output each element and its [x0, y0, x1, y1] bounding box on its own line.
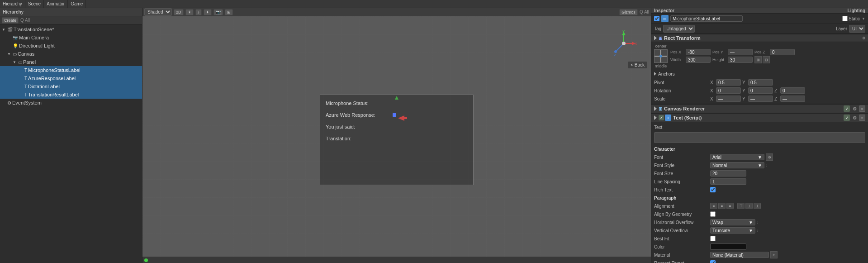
align-bottom-btn[interactable]: ⊥	[754, 203, 761, 209]
resize-btn2[interactable]: ⊡	[763, 56, 770, 63]
canvas-renderer-gear[interactable]: ⚙	[851, 105, 858, 112]
pivot-marker	[393, 95, 400, 103]
material-dropdown[interactable]: None (Material)	[710, 252, 769, 258]
align-left-btn[interactable]: ≡	[710, 203, 717, 209]
text-script-toggle[interactable]: ✓	[844, 115, 850, 121]
anchor-dot	[659, 55, 662, 57]
tree-item-translation-scene[interactable]: ▼ 🎬 TranslationScene*	[0, 25, 142, 33]
lighting-label: Lighting	[848, 8, 865, 13]
tree-item-dictation-label[interactable]: T DictationLabel	[0, 82, 142, 91]
canvas-renderer-toggle[interactable]: ✓	[844, 105, 850, 112]
pos-x-input[interactable]	[686, 49, 711, 55]
font-style-dropdown[interactable]: Normal ▼	[710, 162, 764, 168]
scene-search[interactable]: Q All	[640, 10, 649, 14]
canvas-renderer-header[interactable]: ⊞ Canvas Renderer ✓ ⚙ ≡	[651, 104, 868, 113]
hierarchy-tab[interactable]: Hierarchy	[0, 0, 25, 8]
pos-z-input[interactable]	[770, 49, 795, 55]
rect-transform-header[interactable]: ⊞ Rect Transform ⚙	[651, 34, 868, 42]
color-swatch[interactable]	[710, 244, 746, 250]
layer-select[interactable]: UI	[849, 25, 865, 33]
tree-item-directional-light[interactable]: 💡 Directional Light	[0, 42, 142, 50]
label-icon-4: T	[24, 92, 27, 97]
canvas-renderer-arrow	[654, 106, 657, 111]
text-script-enable-toggle[interactable]: ✓	[659, 115, 664, 120]
tree-item-azure-response-label[interactable]: T AzureResponseLabel	[0, 74, 142, 82]
hierarchy-search[interactable]: Q All	[20, 18, 30, 23]
game-tab[interactable]: Game	[68, 0, 86, 8]
rot-y-input[interactable]	[748, 87, 773, 94]
line-spacing-input[interactable]	[710, 178, 746, 185]
align-middle-btn[interactable]: ⊥	[745, 203, 753, 209]
width-input[interactable]	[686, 57, 711, 63]
anchors-row[interactable]: Anchors	[651, 69, 868, 78]
align-right-btn[interactable]: ≡	[726, 203, 734, 209]
gameobj-name-input[interactable]	[670, 15, 743, 22]
scene-tab[interactable]: Scene	[25, 0, 44, 8]
rich-text-checkbox[interactable]	[710, 187, 716, 192]
font-style-arrow-icon: ▼	[758, 163, 762, 168]
main-layout: Hierarchy Create Q All ▼ 🎬 TranslationSc…	[0, 8, 868, 263]
scale-y-input[interactable]	[748, 96, 773, 102]
tree-item-main-camera[interactable]: 📷 Main Camera	[0, 33, 142, 42]
rect-transform-gear[interactable]: ⚙	[862, 36, 865, 40]
static-checkbox[interactable]	[842, 16, 848, 21]
shading-dropdown[interactable]: Shaded	[144, 8, 172, 16]
align-by-geometry-checkbox[interactable]	[710, 211, 716, 217]
scale-z-input[interactable]	[780, 96, 805, 102]
vertical-overflow-dropdown[interactable]: Truncate ▼	[710, 227, 755, 234]
rect-center-row: center middle Pos X	[651, 43, 868, 69]
text-script-arrow	[654, 115, 657, 120]
scene-cam-btn[interactable]: 📷	[213, 9, 223, 15]
canvas-renderer-menu[interactable]: ≡	[859, 105, 865, 112]
material-picker-btn[interactable]: ⊙	[770, 251, 778, 258]
scene-content[interactable]: Microphone Status: Azure Web Response: Y…	[142, 16, 651, 263]
font-size-input[interactable]	[710, 170, 746, 177]
back-button[interactable]: < Back	[628, 62, 647, 68]
font-dropdown[interactable]: Arial ▼	[710, 154, 764, 160]
scene-bottom-bar	[142, 257, 651, 263]
align-top-btn[interactable]: ⊤	[737, 203, 745, 209]
font-picker-btn[interactable]: ⊙	[766, 153, 773, 161]
text-script-menu[interactable]: ≡	[859, 115, 865, 121]
gameobj-row: ▭ Static ▼	[651, 14, 868, 24]
tag-select[interactable]: Untagged	[663, 25, 695, 33]
alignment-buttons: ≡ ≡ ≡ ⊤ ⊥ ⊥	[710, 203, 865, 209]
pivot-x-input[interactable]	[716, 79, 741, 86]
rot-z-input[interactable]	[780, 87, 805, 94]
center-label: center	[655, 44, 666, 48]
light-toggle[interactable]: ☀	[185, 9, 194, 15]
tree-item-event-system[interactable]: ⚙ EventSystem	[0, 99, 142, 107]
static-dropdown-arrow[interactable]: ▼	[862, 17, 865, 21]
tree-item-translation-result-label[interactable]: T TranslationResultLabel	[0, 91, 142, 99]
2d-button[interactable]: 2D	[174, 9, 184, 15]
fx-toggle[interactable]: ✦	[204, 9, 212, 15]
gameobj-active-checkbox[interactable]	[654, 16, 659, 21]
height-input[interactable]	[728, 57, 753, 63]
horizontal-overflow-dropdown[interactable]: Wrap ▼	[710, 219, 755, 225]
hierarchy-toolbar: Create Q All	[0, 16, 142, 24]
hierarchy-header: Hierarchy	[0, 8, 142, 16]
best-fit-checkbox[interactable]	[710, 236, 716, 241]
tree-item-microphone-status-label[interactable]: T MicrophoneStatusLabel	[0, 66, 142, 74]
pos-y-input[interactable]	[728, 49, 753, 55]
gizmos-button[interactable]: Gizmos	[619, 9, 638, 15]
scale-x-input[interactable]	[716, 96, 741, 102]
tree-item-panel[interactable]: ▼ ▭ Panel	[0, 58, 142, 66]
raycast-checkbox[interactable]	[710, 260, 716, 263]
text-script-gear[interactable]: ⚙	[851, 115, 858, 121]
rect-transform-body: center middle Pos X	[651, 42, 868, 104]
text-textarea[interactable]	[654, 132, 865, 143]
rot-x-input[interactable]	[716, 87, 741, 94]
resize-icon-btn[interactable]: ⊞	[754, 56, 762, 63]
anchor-preset-box[interactable]	[654, 49, 668, 63]
pos-z-label: Pos Z	[754, 50, 768, 54]
animator-tab[interactable]: Animator	[44, 0, 68, 8]
pivot-y-input[interactable]	[748, 79, 773, 86]
audio-toggle[interactable]: ♪	[195, 9, 202, 15]
resize-btns: ⊞ ⊡	[754, 56, 770, 63]
text-script-header[interactable]: ✓ T Text (Script) ✓ ⚙ ≡	[651, 113, 868, 122]
align-center-btn[interactable]: ≡	[718, 203, 726, 209]
tree-item-canvas[interactable]: ▼ ▭ Canvas	[0, 50, 142, 58]
scene-extra-btn[interactable]: ⊞	[225, 9, 233, 15]
create-button[interactable]: Create	[2, 17, 19, 24]
